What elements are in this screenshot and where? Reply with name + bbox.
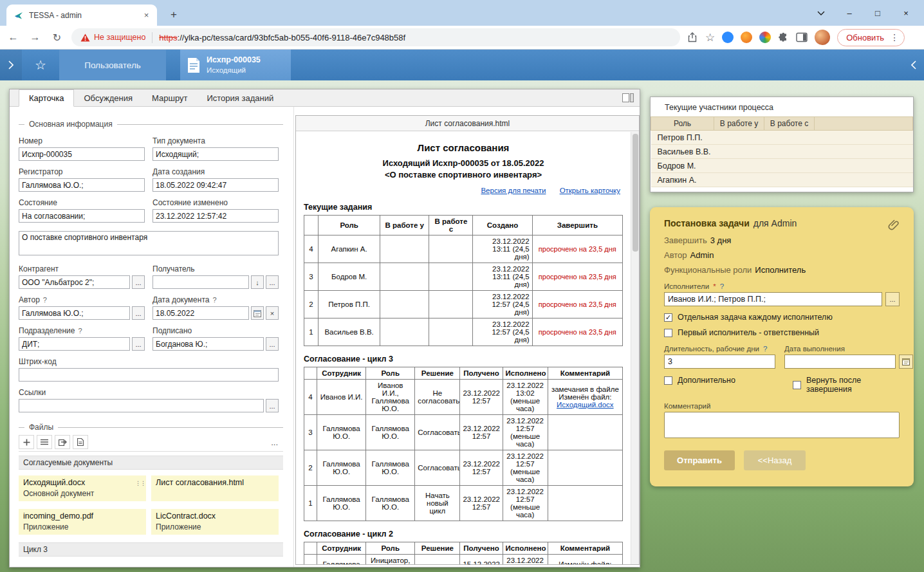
changed-file-link[interactable]: Исходящий.docx [557, 401, 614, 409]
header-role[interactable]: Роль [651, 117, 714, 131]
registrar-field[interactable] [19, 178, 145, 192]
new-tab-button[interactable]: + [166, 7, 181, 23]
table-row[interactable]: Агапкин А. [651, 173, 913, 187]
file-item[interactable]: LicContract.docx Приложение [151, 509, 279, 535]
calendar-icon[interactable] [899, 355, 913, 369]
contractor-field[interactable] [19, 275, 130, 289]
checkbox-additional[interactable]: Дополнительно [664, 376, 784, 385]
header-in-work-since[interactable]: В работе с [764, 117, 815, 131]
recipient-select-button[interactable]: ... [266, 275, 279, 289]
file-name[interactable]: Лист согласования.html [156, 478, 270, 487]
send-button[interactable]: Отправить [664, 450, 735, 470]
extension-colorful-icon[interactable] [759, 32, 771, 43]
date-field[interactable] [784, 355, 896, 369]
calendar-icon[interactable] [251, 306, 264, 320]
participant-name[interactable]: Петров П.П. [651, 131, 913, 145]
back-button[interactable]: <<Назад [744, 450, 806, 470]
security-warning-label[interactable]: Не защищено [94, 33, 145, 42]
file-name[interactable]: Исходящий.docx [23, 478, 137, 487]
duration-field[interactable] [664, 355, 775, 369]
browser-tab[interactable]: TESSA - admin × [6, 5, 157, 26]
comment-field[interactable] [664, 412, 900, 438]
file-item[interactable]: Лист согласования.html [151, 475, 279, 501]
created-field[interactable] [152, 178, 279, 192]
profile-avatar[interactable] [815, 30, 830, 45]
extension-blue-icon[interactable] [722, 32, 734, 43]
author-field[interactable] [19, 306, 130, 320]
recipient-dropdown-button[interactable]: ↓ [251, 275, 264, 289]
tab-discussions[interactable]: Обсуждения [74, 89, 142, 106]
checkbox-return-after[interactable]: Вернуть после завершения [793, 376, 900, 394]
scrollbar-thumb[interactable] [633, 134, 638, 252]
expand-left-panel-icon[interactable] [0, 50, 22, 80]
share-icon[interactable] [687, 32, 698, 43]
open-card-link[interactable]: Открыть карточку [560, 187, 620, 194]
doc-date-help-icon[interactable]: ? [212, 296, 216, 304]
checkbox-unchecked-icon[interactable] [793, 381, 801, 389]
recipient-field[interactable] [152, 275, 249, 289]
table-row[interactable]: Васильев В.В. [651, 145, 913, 159]
export-file-button[interactable] [55, 435, 70, 449]
checkbox-unchecked-icon[interactable] [664, 376, 672, 385]
checkbox-separate-task[interactable]: ✓ Отдельная задача каждому исполнителю [664, 313, 900, 322]
forward-icon[interactable]: → [26, 29, 44, 46]
table-row[interactable]: Петров П.П. [651, 131, 913, 145]
signed-field[interactable] [152, 337, 264, 351]
state-field[interactable] [19, 209, 145, 223]
department-field[interactable] [19, 337, 130, 351]
header-in-work-by[interactable]: В работе у [714, 117, 764, 131]
drag-handle-icon[interactable]: ⋮⋮ [135, 480, 145, 486]
tab-card-view[interactable]: Карточка [19, 89, 74, 107]
department-help-icon[interactable]: ? [78, 327, 82, 335]
contractor-select-button[interactable]: ... [132, 275, 145, 289]
tab-user[interactable]: Пользователь [59, 50, 166, 80]
tab-card-active[interactable]: Исхпр-000035 Исходящий [180, 50, 291, 80]
file-list-view-button[interactable] [37, 435, 52, 449]
participant-name[interactable]: Агапкин А. [651, 173, 913, 187]
browser-menu-icon[interactable]: ⋮ [888, 32, 901, 42]
maximize-button[interactable]: □ [864, 0, 892, 26]
checkbox-checked-icon[interactable]: ✓ [664, 313, 672, 322]
side-panel-icon[interactable] [796, 32, 808, 42]
table-row[interactable]: Бодров М. [651, 159, 913, 173]
performers-help-icon[interactable]: ? [720, 282, 724, 290]
extensions-puzzle-icon[interactable] [778, 32, 789, 43]
reload-icon[interactable]: ↻ [48, 29, 66, 46]
signed-select-button[interactable]: ... [266, 337, 279, 351]
checkbox-first-responsible[interactable]: Первый исполнитель - ответственный [664, 328, 900, 337]
file-name[interactable]: incoming_demo.pdf [23, 512, 137, 521]
participant-name[interactable]: Васильев В.В. [651, 145, 913, 159]
print-version-link[interactable]: Версия для печати [481, 187, 546, 194]
author-select-button[interactable]: ... [132, 306, 145, 320]
back-icon[interactable]: ← [5, 29, 22, 46]
paperclip-icon[interactable] [888, 218, 900, 230]
favorites-star-icon[interactable]: ☆ [22, 50, 59, 80]
close-window-button[interactable]: × [892, 0, 920, 26]
tab-task-history[interactable]: История заданий [197, 89, 283, 106]
add-file-button[interactable] [19, 435, 34, 449]
file-item[interactable]: incoming_demo.pdf Приложение [19, 509, 146, 535]
chevron-down-icon[interactable] [807, 0, 835, 26]
update-browser-button[interactable]: Обновить ⋮ [837, 29, 905, 46]
subject-field[interactable]: О поставке спортивного инвентаря [19, 231, 279, 255]
tab-close-icon[interactable]: × [141, 10, 152, 21]
file-item[interactable]: Исходящий.docx Основной документ ⋮⋮ [19, 475, 146, 501]
number-field[interactable] [19, 147, 145, 161]
split-view-icon[interactable] [622, 93, 634, 102]
files-more-button[interactable]: ... [271, 438, 283, 447]
duration-help-icon[interactable]: ? [763, 345, 767, 353]
doc-date-field[interactable] [152, 306, 249, 320]
doc-type-field[interactable] [152, 147, 279, 161]
author-help-icon[interactable]: ? [43, 296, 47, 304]
address-bar[interactable]: Не защищено https://ylka-pc/tessa/card/9… [71, 28, 680, 46]
doc-date-clear-button[interactable]: × [266, 306, 279, 320]
tab-route[interactable]: Маршрут [142, 89, 197, 106]
links-select-button[interactable]: ... [266, 399, 279, 412]
minimize-button[interactable]: – [835, 0, 864, 26]
performers-select-button[interactable]: ... [885, 292, 900, 306]
bookmark-star-icon[interactable]: ☆ [705, 31, 715, 44]
extension-orange-icon[interactable] [741, 32, 752, 43]
state-changed-field[interactable] [152, 209, 279, 223]
preview-scrollbar[interactable] [631, 132, 639, 564]
links-field[interactable] [19, 399, 264, 412]
